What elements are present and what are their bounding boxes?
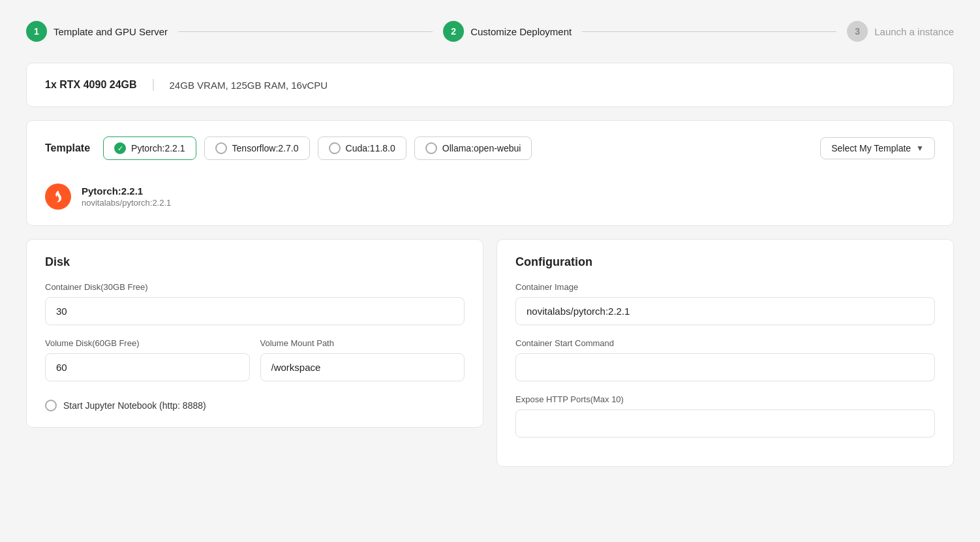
gpu-specs: 24GB VRAM, 125GB RAM, 16vCPU [170, 80, 328, 91]
volume-row: Volume Disk(60GB Free) Volume Mount Path [45, 338, 465, 394]
template-option-tensorflow[interactable]: Tensorflow:2.7.0 [204, 136, 310, 160]
expose-ports-label: Expose HTTP Ports(Max 10) [515, 394, 935, 404]
template-logo-icon [45, 183, 71, 210]
template-dropdown[interactable]: Select My Template ▼ [820, 137, 935, 159]
container-disk-input[interactable] [45, 297, 465, 325]
disk-title: Disk [45, 255, 465, 269]
volume-mount-input[interactable] [260, 353, 465, 381]
template-selected-name: Pytorch:2.2.1 [82, 185, 171, 197]
jupyter-checkbox[interactable] [45, 400, 57, 411]
chevron-down-icon: ▼ [916, 144, 924, 153]
template-option-ollama[interactable]: Ollama:open-webui [414, 136, 532, 160]
expose-ports-group: Expose HTTP Ports(Max 10) [515, 394, 935, 438]
step-line-2 [582, 31, 836, 32]
bottom-row: Disk Container Disk(30GB Free) Volume Di… [26, 239, 954, 480]
container-start-label: Container Start Command [515, 338, 935, 348]
step-3-label: Launch a instance [874, 26, 954, 37]
container-start-input[interactable] [515, 353, 935, 381]
container-start-group: Container Start Command [515, 338, 935, 381]
config-title: Configuration [515, 255, 935, 269]
radio-icon-ollama [425, 142, 437, 154]
container-image-label: Container Image [515, 282, 935, 292]
check-icon: ✓ [114, 142, 126, 154]
template-selected-sub: novitalabs/pytorch:2.2.1 [82, 198, 171, 208]
container-disk-group: Container Disk(30GB Free) [45, 282, 465, 325]
template-label: Template [45, 142, 90, 154]
disk-card: Disk Container Disk(30GB Free) Volume Di… [26, 239, 483, 428]
template-info: Pytorch:2.2.1 novitalabs/pytorch:2.2.1 [45, 173, 935, 210]
volume-mount-label: Volume Mount Path [260, 338, 465, 348]
volume-disk-input[interactable] [45, 353, 250, 381]
volume-mount-group: Volume Mount Path [260, 338, 465, 381]
template-option-pytorch-label: Pytorch:2.2.1 [131, 143, 185, 153]
config-card: Configuration Container Image Container … [497, 239, 954, 467]
template-info-text: Pytorch:2.2.1 novitalabs/pytorch:2.2.1 [82, 185, 171, 208]
template-row: Template ✓ Pytorch:2.2.1 Tensorflow:2.7.… [45, 136, 935, 160]
step-3: 3 Launch a instance [847, 21, 954, 42]
template-option-cuda-label: Cuda:11.8.0 [346, 143, 395, 153]
volume-disk-group: Volume Disk(60GB Free) [45, 338, 250, 381]
step-1: 1 Template and GPU Server [26, 21, 168, 42]
radio-icon-cuda [329, 142, 341, 154]
step-1-circle: 1 [26, 21, 47, 42]
template-option-pytorch[interactable]: ✓ Pytorch:2.2.1 [103, 136, 196, 160]
template-dropdown-label: Select My Template [831, 143, 911, 153]
step-3-circle: 3 [847, 21, 868, 42]
step-1-label: Template and GPU Server [54, 26, 168, 37]
radio-icon-tensorflow [215, 142, 227, 154]
jupyter-label: Start Jupyter Notebook (http: 8888) [63, 400, 206, 411]
container-image-input[interactable] [515, 297, 935, 325]
step-line-1 [178, 31, 433, 32]
step-2: 2 Customize Deployment [443, 21, 572, 42]
volume-disk-label: Volume Disk(60GB Free) [45, 338, 250, 348]
template-card: Template ✓ Pytorch:2.2.1 Tensorflow:2.7.… [26, 120, 954, 226]
step-2-circle: 2 [443, 21, 464, 42]
template-option-ollama-label: Ollama:open-webui [442, 143, 521, 153]
container-disk-label: Container Disk(30GB Free) [45, 282, 465, 292]
template-option-tensorflow-label: Tensorflow:2.7.0 [232, 143, 299, 153]
jupyter-checkbox-row[interactable]: Start Jupyter Notebook (http: 8888) [45, 400, 465, 411]
container-image-group: Container Image [515, 282, 935, 325]
gpu-name: 1x RTX 4090 24GB [45, 79, 154, 91]
template-option-cuda[interactable]: Cuda:11.8.0 [318, 136, 406, 160]
expose-ports-input[interactable] [515, 409, 935, 438]
stepper: 1 Template and GPU Server 2 Customize De… [26, 21, 954, 42]
page-container: 1 Template and GPU Server 2 Customize De… [0, 0, 980, 542]
step-2-label: Customize Deployment [470, 26, 572, 37]
gpu-info-card: 1x RTX 4090 24GB 24GB VRAM, 125GB RAM, 1… [26, 63, 954, 107]
